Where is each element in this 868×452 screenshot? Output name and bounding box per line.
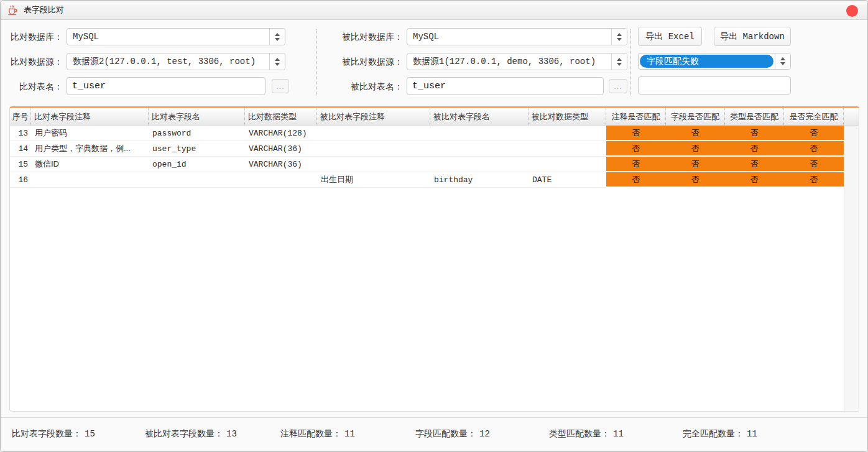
export-excel-button[interactable]: 导出 Excel [638,27,702,46]
target-datasource-label: 被比对数据源： [321,53,403,70]
cell-dst-field: birthday [430,172,529,188]
status-dst-field-count: 被比对表字段数量：13 [145,428,237,440]
actions-divider [630,29,631,95]
status-bar: 比对表字段数量：15 被比对表字段数量：13 注释匹配数量：11 字段匹配数量：… [1,417,867,451]
table-body: 13 用户密码 password VARCHAR(128) 否 否 否 否 14… [10,126,844,411]
source-datasource-combobox[interactable]: 数据源2(127.0.0.1, test, 3306, root) [67,53,285,70]
column-header[interactable]: 被比对表字段名 [430,108,529,125]
cell-seq: 14 [10,141,31,157]
cell-dst-comment: 出生日期 [317,172,430,188]
cell-src-comment: 用户密码 [31,126,149,141]
target-db-label: 被比对数据库： [321,28,403,45]
cell-seq: 15 [10,157,31,172]
column-header[interactable]: 是否完全匹配 [784,108,844,125]
status-full-match-count: 完全匹配数量：11 [683,428,757,440]
cell-type-match: 否 [725,157,784,172]
cell-dst-comment [317,157,430,172]
match-filter-combobox[interactable]: 字段匹配失败 [638,53,791,70]
target-table-label: 被比对表名： [321,78,403,95]
target-datasource-value: 数据源1(127.0.0.1, demo, 3306, root) [407,53,611,70]
status-src-field-count: 比对表字段数量：15 [12,428,95,440]
cell-src-comment [31,172,149,188]
cell-dst-field [430,126,529,141]
column-header[interactable]: 字段是否匹配 [666,108,725,125]
spinner-arrows-icon[interactable] [611,29,627,45]
cell-full-match: 否 [784,157,844,172]
source-table-input[interactable] [67,77,265,95]
export-markdown-button[interactable]: 导出 Markdown [714,27,791,46]
cell-dst-type [529,141,606,157]
cell-full-match: 否 [784,126,844,141]
search-input[interactable] [638,76,791,95]
cell-src-type: VARCHAR(128) [245,126,317,141]
close-button[interactable] [846,5,858,17]
cell-src-field: open_id [149,157,245,172]
cell-type-match: 否 [725,172,784,188]
column-header[interactable]: 注释是否匹配 [606,108,666,125]
cell-dst-type: DATE [529,172,606,188]
cell-field-match: 否 [666,126,725,141]
target-table-browse-button[interactable]: ... [609,79,627,93]
title-bar: 表字段比对 [1,1,867,20]
target-db-combobox[interactable]: MySQL [407,28,627,45]
column-header[interactable]: 被比对数据类型 [529,108,606,125]
column-header[interactable]: 比对表字段注释 [31,108,149,125]
cell-src-type [245,172,317,188]
table-row[interactable]: 13 用户密码 password VARCHAR(128) 否 否 否 否 [10,126,844,141]
spinner-arrows-icon[interactable] [775,53,790,69]
cell-dst-comment [317,141,430,157]
column-header[interactable]: 序号 [10,108,31,125]
source-table-browse-button[interactable]: ... [272,79,289,93]
column-header[interactable]: 被比对表字段注释 [317,108,430,125]
cell-field-match: 否 [666,141,725,157]
source-db-label: 比对数据库： [4,28,63,45]
source-datasource-value: 数据源2(127.0.0.1, test, 3306, root) [67,53,269,70]
source-db-value: MySQL [67,29,269,45]
column-header[interactable]: 比对数据类型 [245,108,317,125]
cell-full-match: 否 [784,141,844,157]
table-row[interactable]: 16 出生日期 birthday DATE 否 否 否 否 [10,172,844,188]
cell-src-field: password [149,126,245,141]
match-filter-selected: 字段匹配失败 [640,55,773,68]
column-header[interactable]: 类型是否匹配 [725,108,784,125]
cell-dst-comment [317,126,430,141]
table-row[interactable]: 15 微信ID open_id VARCHAR(36) 否 否 否 否 [10,157,844,172]
window-title: 表字段比对 [24,4,64,16]
cell-src-field: user_type [149,141,245,157]
cell-full-match: 否 [784,172,844,188]
cell-src-type: VARCHAR(36) [245,157,317,172]
coffee-cup-icon [7,4,19,16]
cell-field-match: 否 [666,172,725,188]
table-row[interactable]: 14 用户类型，字典数据，例... user_type VARCHAR(36) … [10,141,844,157]
target-db-value: MySQL [407,29,611,45]
cell-comment-match: 否 [606,141,666,157]
cell-dst-field [430,157,529,172]
target-datasource-combobox[interactable]: 数据源1(127.0.0.1, demo, 3306, root) [407,53,627,70]
source-table-label: 比对表名： [4,78,63,95]
comparison-table: 序号 比对表字段注释 比对表字段名 比对数据类型 被比对表字段注释 被比对表字段… [9,106,859,412]
cell-dst-type [529,126,606,141]
cell-type-match: 否 [725,141,784,157]
vertical-scrollbar[interactable] [844,126,859,411]
source-db-combobox[interactable]: MySQL [67,28,285,45]
status-comment-match-count: 注释匹配数量：11 [280,428,355,440]
table-header: 序号 比对表字段注释 比对表字段名 比对数据类型 被比对表字段注释 被比对表字段… [10,108,859,126]
form-divider [316,29,317,95]
cell-type-match: 否 [725,126,784,141]
spinner-arrows-icon[interactable] [269,53,285,70]
cell-field-match: 否 [666,157,725,172]
cell-seq: 13 [10,126,31,141]
app-window: 表字段比对 比对数据库： MySQL 比对数据源： 数据源2(127.0.0.1… [0,0,868,452]
cell-src-comment: 微信ID [31,157,149,172]
cell-comment-match: 否 [606,172,666,188]
source-datasource-label: 比对数据源： [4,53,63,70]
cell-src-type: VARCHAR(36) [245,141,317,157]
spinner-arrows-icon[interactable] [269,29,285,45]
column-header[interactable]: 比对表字段名 [149,108,245,125]
spinner-arrows-icon[interactable] [611,53,627,70]
cell-dst-field [430,141,529,157]
status-field-match-count: 字段匹配数量：12 [415,428,490,440]
cell-seq: 16 [10,172,31,188]
target-table-input[interactable] [407,77,604,95]
cell-comment-match: 否 [606,126,666,141]
